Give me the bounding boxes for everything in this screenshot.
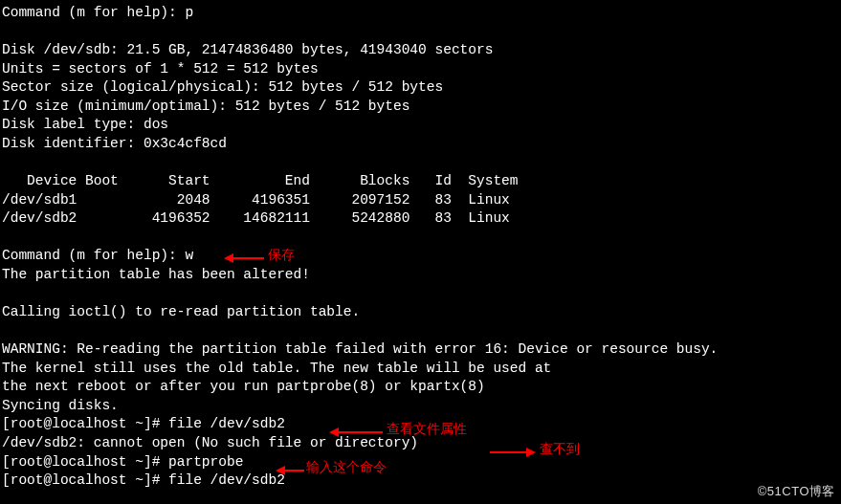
blank-line bbox=[2, 154, 839, 173]
cannot-open-msg: /dev/sdb2: cannot open (No such file or … bbox=[2, 434, 839, 453]
io-size-line: I/O size (minimum/optimal): 512 bytes / … bbox=[2, 98, 839, 117]
partition-table-header: Device Boot Start End Blocks Id System bbox=[2, 172, 839, 191]
partition-row-2: /dev/sdb2 4196352 14682111 5242880 83 Li… bbox=[2, 209, 839, 229]
table-altered-msg: The partition table has been altered! bbox=[2, 266, 839, 285]
blank-line bbox=[2, 322, 839, 341]
warning-line-1: WARNING: Re-reading the partition table … bbox=[2, 340, 839, 360]
fdisk-command-w: Command (m for help): w bbox=[2, 247, 839, 266]
warning-line-2: The kernel still uses the old table. The… bbox=[2, 360, 839, 379]
identifier-line: Disk identifier: 0x3c4cf8cd bbox=[2, 135, 839, 154]
shell-file-cmd-1[interactable]: [root@localhost ~]# file /dev/sdb2 bbox=[2, 415, 839, 434]
warning-line-3: the next reboot or after you run partpro… bbox=[2, 378, 839, 397]
shell-file-cmd-2[interactable]: [root@localhost ~]# file /dev/sdb2 bbox=[2, 471, 839, 491]
blank-line bbox=[2, 284, 839, 303]
partition-row-1: /dev/sdb1 2048 4196351 2097152 83 Linux bbox=[2, 191, 839, 210]
ioctl-msg: Calling ioctl() to re-read partition tab… bbox=[2, 303, 839, 322]
watermark: ©51CTO博客 bbox=[758, 483, 835, 500]
blank-line bbox=[2, 229, 839, 248]
shell-partprobe-cmd[interactable]: [root@localhost ~]# partprobe bbox=[2, 453, 839, 472]
blank-line bbox=[2, 23, 839, 42]
disk-size-line: Disk /dev/sdb: 21.5 GB, 21474836480 byte… bbox=[2, 41, 839, 60]
syncing-disks: Syncing disks. bbox=[2, 397, 839, 416]
units-line: Units = sectors of 1 * 512 = 512 bytes bbox=[2, 60, 839, 79]
sector-size-line: Sector size (logical/physical): 512 byte… bbox=[2, 78, 839, 98]
label-type-line: Disk label type: dos bbox=[2, 116, 839, 135]
fdisk-command-p: Command (m for help): p bbox=[2, 4, 839, 23]
